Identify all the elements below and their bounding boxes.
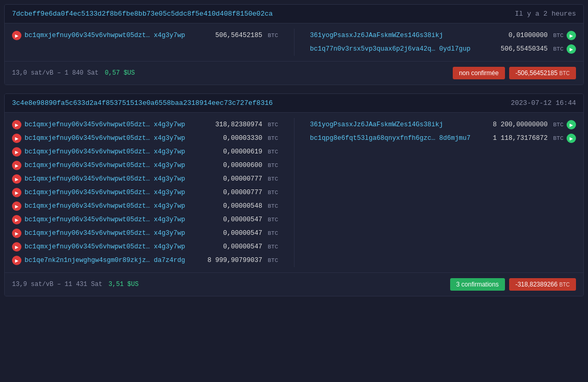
tx-output-row: bc1qpg8e6fqt53lga68qnyxfnfh6gzc… 8d6mjmu…: [310, 132, 577, 145]
net-amount-badge: -506,56452185 BTC: [509, 67, 576, 79]
tx-outputs: 361yogPsasxJz6JAaFskmWZes14Gs38ikj8 200,…: [310, 118, 577, 267]
btc-label: BTC: [553, 46, 563, 52]
tx-input-row: ▶bc1qmxjefnuy06v345v6vhwpwt05dzt… x4g3y7…: [12, 199, 278, 213]
input-address[interactable]: bc1qmxjefnuy06v345v6vhwpwt05dzt… x4g3y7w…: [25, 189, 185, 196]
tx-outputs: 361yogPsasxJz6JAaFskmWZes14Gs38ikj0,0100…: [310, 29, 577, 56]
input-amount: 0,00000777 BTC: [223, 175, 278, 183]
tx-actions: 3 confirmations-318,82389266 BTC: [450, 278, 576, 291]
tx-hash[interactable]: 7dcbeff9e6da0f4ec5133d2f8b6fbe8bb73e05c5…: [12, 10, 273, 18]
arrow-green-icon: ▶: [567, 134, 576, 143]
input-address-wrap: ▶bc1qe7nk2n1njewghgw4sgm0r89zkjz… da7z4r…: [12, 256, 185, 265]
tx-input-row: ▶bc1qmxjefnuy06v345v6vhwpwt05dzt… x4g3y7…: [12, 226, 278, 240]
input-address[interactable]: bc1qe7nk2n1njewghgw4sgm0r89zkjz… da7z4rd…: [25, 257, 185, 264]
tx-input-row: ▶bc1qmxjefnuy06v345v6vhwpwt05dzt… x4g3y7…: [12, 29, 278, 42]
output-right: 8 200,00000000 BTC▶: [488, 120, 576, 129]
input-address-wrap: ▶bc1qmxjefnuy06v345v6vhwpwt05dzt… x4g3y7…: [12, 188, 185, 197]
input-amount: 318,82380974 BTC: [215, 121, 278, 128]
output-address[interactable]: 361yogPsasxJz6JAaFskmWZes14Gs38ikj: [310, 121, 443, 128]
tx-output-row: bc1q77n0v3rsx5vp3quax6p2j6va42q… 0ydl7gu…: [310, 42, 577, 56]
input-address[interactable]: bc1qmxjefnuy06v345v6vhwpwt05dzt… x4g3y7w…: [25, 230, 185, 237]
tx-inputs: ▶bc1qmxjefnuy06v345v6vhwpwt05dzt… x4g3y7…: [12, 29, 278, 56]
input-amount: 0,00000547 BTC: [223, 243, 278, 250]
transaction-card-1: 7dcbeff9e6da0f4ec5133d2f8b6fbe8bb73e05c5…: [4, 4, 584, 85]
input-amount: 0,00000547 BTC: [223, 216, 278, 223]
tx-output-row: 361yogPsasxJz6JAaFskmWZes14Gs38ikj0,0100…: [310, 29, 577, 42]
unconfirmed-button[interactable]: non confirmée: [453, 67, 505, 79]
output-amount: 506,55450345 BTC: [501, 45, 563, 53]
arrow-red-icon: ▶: [12, 174, 21, 184]
transaction-card-2: 3c4e8e98890fa5c633d2a4f853751513e0a6558b…: [4, 93, 584, 296]
output-address[interactable]: bc1q77n0v3rsx5vp3quax6p2j6va42q… 0ydl7gu…: [310, 45, 471, 53]
tx-meta: 13,9 sat/vB – 11 431 Sat3,51 $US: [12, 281, 138, 288]
input-address-wrap: ▶bc1qmxjefnuy06v345v6vhwpwt05dzt… x4g3y7…: [12, 215, 185, 224]
btc-label: BTC: [553, 122, 563, 128]
tx-input-row: ▶bc1qmxjefnuy06v345v6vhwpwt05dzt… x4g3y7…: [12, 213, 278, 226]
usd-value: 0,57 $US: [105, 69, 135, 77]
column-divider: [294, 118, 295, 267]
output-address[interactable]: bc1qpg8e6fqt53lga68qnyxfnfh6gzc… 8d6mjmu…: [310, 135, 471, 142]
tx-footer: 13,9 sat/vB – 11 431 Sat3,51 $US3 confir…: [5, 272, 583, 296]
btc-label: BTC: [268, 122, 278, 128]
tx-output-row: 361yogPsasxJz6JAaFskmWZes14Gs38ikj8 200,…: [310, 118, 577, 132]
btc-label: BTC: [268, 244, 278, 250]
tx-header: 7dcbeff9e6da0f4ec5133d2f8b6fbe8bb73e05c5…: [5, 5, 583, 23]
net-amount-badge: -318,82389266 BTC: [509, 278, 576, 291]
btc-label: BTC: [268, 203, 278, 209]
fee-rate: 13,9 sat/vB – 11 431 Sat: [12, 281, 102, 288]
arrow-red-icon: ▶: [12, 188, 21, 197]
input-address[interactable]: bc1qmxjefnuy06v345v6vhwpwt05dzt… x4g3y7w…: [25, 148, 185, 156]
input-address[interactable]: bc1qmxjefnuy06v345v6vhwpwt05dzt… x4g3y7w…: [25, 32, 185, 39]
btc-label: BTC: [268, 149, 278, 155]
tx-input-row: ▶bc1qmxjefnuy06v345v6vhwpwt05dzt… x4g3y7…: [12, 145, 278, 159]
input-address-wrap: ▶bc1qmxjefnuy06v345v6vhwpwt05dzt… x4g3y7…: [12, 242, 185, 252]
arrow-red-icon: ▶: [12, 256, 21, 265]
input-address[interactable]: bc1qmxjefnuy06v345v6vhwpwt05dzt… x4g3y7w…: [25, 175, 185, 183]
usd-value: 3,51 $US: [109, 281, 139, 288]
arrow-red-icon: ▶: [12, 201, 21, 211]
input-address[interactable]: bc1qmxjefnuy06v345v6vhwpwt05dzt… x4g3y7w…: [25, 202, 185, 210]
input-address[interactable]: bc1qmxjefnuy06v345v6vhwpwt05dzt… x4g3y7w…: [25, 216, 185, 223]
input-address[interactable]: bc1qmxjefnuy06v345v6vhwpwt05dzt… x4g3y7w…: [25, 121, 185, 128]
input-address-wrap: ▶bc1qmxjefnuy06v345v6vhwpwt05dzt… x4g3y7…: [12, 31, 185, 40]
input-address-wrap: ▶bc1qmxjefnuy06v345v6vhwpwt05dzt… x4g3y7…: [12, 161, 185, 170]
input-amount: 0,00000619 BTC: [223, 148, 278, 156]
btc-label: BTC: [268, 189, 278, 196]
confirmations-button[interactable]: 3 confirmations: [450, 278, 505, 291]
input-address-wrap: ▶bc1qmxjefnuy06v345v6vhwpwt05dzt… x4g3y7…: [12, 174, 185, 184]
tx-body: ▶bc1qmxjefnuy06v345v6vhwpwt05dzt… x4g3y7…: [5, 113, 583, 272]
tx-input-row: ▶bc1qmxjefnuy06v345v6vhwpwt05dzt… x4g3y7…: [12, 159, 278, 172]
arrow-green-icon: ▶: [567, 44, 576, 54]
btc-label: BTC: [268, 257, 278, 264]
input-address-wrap: ▶bc1qmxjefnuy06v345v6vhwpwt05dzt… x4g3y7…: [12, 120, 185, 129]
tx-hash[interactable]: 3c4e8e98890fa5c633d2a4f853751513e0a6558b…: [12, 99, 273, 107]
arrow-red-icon: ▶: [12, 242, 21, 252]
input-address-wrap: ▶bc1qmxjefnuy06v345v6vhwpwt05dzt… x4g3y7…: [12, 201, 185, 211]
tx-input-row: ▶bc1qmxjefnuy06v345v6vhwpwt05dzt… x4g3y7…: [12, 186, 278, 199]
input-address[interactable]: bc1qmxjefnuy06v345v6vhwpwt05dzt… x4g3y7w…: [25, 162, 185, 169]
input-amount: 0,00000777 BTC: [223, 189, 278, 196]
input-address[interactable]: bc1qmxjefnuy06v345v6vhwpwt05dzt… x4g3y7w…: [25, 243, 185, 250]
tx-body: ▶bc1qmxjefnuy06v345v6vhwpwt05dzt… x4g3y7…: [5, 23, 583, 61]
arrow-red-icon: ▶: [12, 215, 21, 224]
btc-label: BTC: [268, 176, 278, 182]
output-amount: 1 118,73176872 BTC: [493, 135, 563, 142]
tx-input-row: ▶bc1qmxjefnuy06v345v6vhwpwt05dzt… x4g3y7…: [12, 240, 278, 254]
arrow-green-icon: ▶: [567, 31, 576, 40]
btc-label: BTC: [268, 162, 278, 169]
arrow-red-icon: ▶: [12, 161, 21, 170]
input-address-wrap: ▶bc1qmxjefnuy06v345v6vhwpwt05dzt… x4g3y7…: [12, 134, 185, 143]
tx-actions: non confirmée-506,56452185 BTC: [453, 67, 576, 79]
tx-meta: 13,0 sat/vB – 1 840 Sat0,57 $US: [12, 69, 135, 77]
output-right: 1 118,73176872 BTC▶: [488, 134, 576, 143]
tx-footer: 13,0 sat/vB – 1 840 Sat0,57 $USnon confi…: [5, 61, 583, 85]
arrow-red-icon: ▶: [12, 229, 21, 238]
output-address[interactable]: 361yogPsasxJz6JAaFskmWZes14Gs38ikj: [310, 32, 443, 39]
input-address[interactable]: bc1qmxjefnuy06v345v6vhwpwt05dzt… x4g3y7w…: [25, 135, 185, 142]
btc-label: BTC: [553, 32, 563, 39]
arrow-green-icon: ▶: [567, 120, 576, 129]
fee-rate: 13,0 sat/vB – 1 840 Sat: [12, 69, 99, 77]
btc-label: BTC: [268, 230, 278, 236]
tx-inputs: ▶bc1qmxjefnuy06v345v6vhwpwt05dzt… x4g3y7…: [12, 118, 278, 267]
tx-time: 2023-07-12 16:44: [511, 99, 576, 107]
input-amount: 8 999,90799037 BTC: [207, 257, 278, 264]
